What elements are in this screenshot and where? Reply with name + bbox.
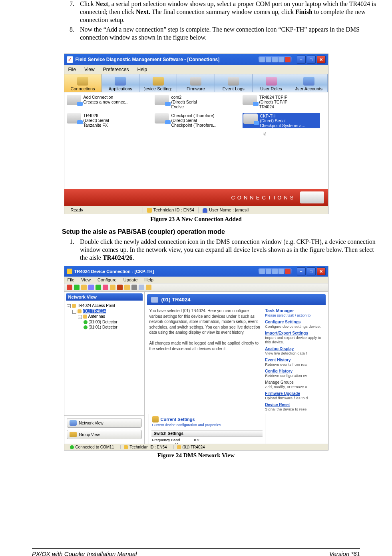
- task-link[interactable]: Device Reset: [265, 403, 290, 407]
- switch-settings-header: Switch Settings: [151, 430, 263, 437]
- toolbar: ConnectionsApplications)evice Setting:Fi…: [64, 74, 328, 92]
- toolbar-icon[interactable]: [110, 285, 115, 290]
- toolbar-icon[interactable]: [74, 285, 80, 290]
- toolbar-applications[interactable]: Applications: [102, 74, 139, 92]
- task-label: Manage Groups: [265, 380, 294, 385]
- minimize-button[interactable]: –: [297, 56, 306, 64]
- menu-preferences[interactable]: Preferences: [103, 67, 129, 72]
- task-link[interactable]: Firmware Upgrade: [265, 391, 300, 396]
- connection-item[interactable]: com2(Direct) SerialEvolve: [155, 95, 231, 109]
- window-title: TR4024 Device Connection - [CKP-TH]: [74, 269, 154, 274]
- footer-left: PX/QX with Coupler Installation Manual: [32, 550, 137, 556]
- minimize-button[interactable]: –: [297, 267, 306, 275]
- toolbar-icon[interactable]: [139, 285, 144, 290]
- close-button[interactable]: ✕: [317, 267, 326, 275]
- step-list-second: Double click the newly added connection …: [76, 238, 376, 262]
- figure-23-caption: Figure 23 A New Connection Added: [16, 216, 376, 223]
- window-title: Field Service Diagnostic Management Soft…: [76, 57, 220, 62]
- maximize-button[interactable]: □: [307, 56, 316, 64]
- device-icon: [151, 297, 158, 303]
- cursor-icon: ☟: [263, 131, 326, 137]
- banner-text: CONNECTIONS: [231, 195, 296, 201]
- page-footer: PX/QX with Coupler Installation Manual V…: [32, 548, 360, 556]
- task-manager-panel: Task Manager Please select task / action…: [265, 305, 328, 414]
- status-tech: Technician ID : EN54: [143, 207, 199, 213]
- network-view-header: Network View: [66, 293, 143, 301]
- toolbar-icon[interactable]: [131, 285, 137, 290]
- screenshot-connections-window: ✓ Field Service Diagnostic Management So…: [64, 54, 328, 214]
- footer-banner: CONNECTIONS: [64, 189, 328, 206]
- task-link[interactable]: Event History: [265, 358, 291, 362]
- connection-item[interactable]: TR4026(Direct) SerialTanzanite FX: [67, 113, 143, 128]
- settings-table: Frequency Band8.2Frequency Table7.4 to 8…: [149, 438, 265, 444]
- menu-configure[interactable]: Configure: [98, 277, 117, 282]
- settings-icon: [152, 416, 159, 422]
- toolbar-icon[interactable]: [67, 285, 72, 290]
- screenshot-device-connection-window: TR4024 Device Connection - [CKP-TH] – □ …: [64, 266, 328, 450]
- section-heading: Setup the aisle as PAB/SAB (coupler) ope…: [62, 228, 376, 235]
- status-bar: Connected to COM11 Technician ID : EN54 …: [64, 444, 328, 450]
- task-link[interactable]: Import/Export Settings: [265, 331, 308, 335]
- banner-graphic: [300, 191, 324, 203]
- current-settings-panel: Current Settings Current device configur…: [149, 414, 265, 444]
- menu-help[interactable]: Help: [137, 67, 147, 72]
- menu-file[interactable]: File: [68, 67, 76, 72]
- footer-right: Version *61: [329, 550, 360, 556]
- app-icon: [67, 269, 72, 274]
- toolbar-icon[interactable]: [96, 285, 101, 290]
- toolbar-icon[interactable]: [146, 285, 151, 290]
- status-bar: Ready Technician ID : EN54 User Name : j…: [64, 206, 328, 214]
- toolbar-connections[interactable]: Connections: [64, 74, 102, 92]
- device-description: You have selected (01) TR4024. Here you …: [145, 305, 265, 414]
- menubar: File View Configure Update Help: [64, 277, 328, 283]
- status-connection: Connected to COM11: [67, 445, 117, 449]
- close-button[interactable]: ✕: [317, 56, 326, 64]
- step-7: Click Next, a serial port selection wind…: [76, 0, 376, 24]
- toolbar-jser-accounts[interactable]: Jser Accounts: [290, 74, 328, 92]
- device-header: (01) TR4024: [147, 294, 326, 305]
- right-panel: (01) TR4024 You have selected (01) TR402…: [145, 292, 328, 444]
- task-link[interactable]: Analog Display: [265, 347, 294, 351]
- toolbar-firmware[interactable]: Firmware: [177, 74, 215, 92]
- group-view-button[interactable]: Group View: [67, 430, 142, 439]
- task-link[interactable]: Config History: [265, 369, 293, 373]
- connection-item[interactable]: TR4024 TCPIP(Direct) TCP/IPTR4024: [243, 95, 318, 109]
- network-view-button[interactable]: Network View: [67, 418, 142, 428]
- status-tech: Technician ID : EN54: [120, 445, 170, 449]
- toolbar-user-roles[interactable]: User Roles: [253, 74, 290, 92]
- connections-list-area: Add ConnectionCreates a new connec...com…: [64, 92, 328, 189]
- menu-update[interactable]: Update: [123, 277, 137, 282]
- menu-help[interactable]: Help: [144, 277, 153, 282]
- icon-toolbar: [64, 283, 328, 292]
- step-8: Now the “Add a new connection” step is c…: [76, 26, 376, 42]
- menubar: File View Preferences Help: [64, 65, 328, 74]
- tree-selected-aisle[interactable]: (01) TR4024: [83, 309, 107, 313]
- device-tree[interactable]: –TR4024 Access Point –(01) TR4024 –Anten…: [64, 302, 144, 415]
- menu-view[interactable]: View: [84, 67, 95, 72]
- connection-item[interactable]: CKP-TH(Direct) SerialCheckpoint Systems …: [243, 113, 320, 128]
- titlebar: ✓ Field Service Diagnostic Management So…: [64, 54, 328, 65]
- maximize-button[interactable]: □: [307, 267, 316, 275]
- menu-file[interactable]: File: [68, 277, 75, 282]
- toolbar-icon[interactable]: [81, 285, 87, 290]
- connection-item[interactable]: Checkpoint (Thorofare)(Direct) SerialChe…: [155, 113, 231, 128]
- status-ready: Ready: [67, 207, 143, 213]
- step-1: Double click the newly added connection …: [76, 238, 376, 262]
- step-list-first: Click Next, a serial port selection wind…: [76, 0, 376, 42]
- left-panel: Network View –TR4024 Access Point –(01) …: [64, 292, 145, 444]
- menu-view[interactable]: View: [81, 277, 91, 282]
- status-user: User Name : jamesji: [198, 207, 253, 213]
- toolbar-icon[interactable]: [103, 285, 108, 290]
- toolbar--evice-setting-[interactable]: )evice Setting:: [139, 74, 177, 92]
- figure-24-caption: Figure 24 DMS Network View: [16, 452, 376, 459]
- task-link[interactable]: Configure Settings: [265, 320, 300, 324]
- connection-item[interactable]: Add ConnectionCreates a new connec...: [67, 95, 143, 109]
- toolbar-icon[interactable]: [117, 285, 123, 290]
- child-window-controls[interactable]: [258, 268, 292, 275]
- titlebar: TR4024 Device Connection - [CKP-TH] – □ …: [64, 266, 328, 277]
- status-selection: (01) TR4024: [173, 445, 208, 449]
- toolbar-icon[interactable]: [124, 285, 130, 290]
- child-window-controls[interactable]: [258, 56, 292, 63]
- toolbar-event-logs[interactable]: Event Logs: [215, 74, 253, 92]
- toolbar-icon[interactable]: [88, 285, 94, 290]
